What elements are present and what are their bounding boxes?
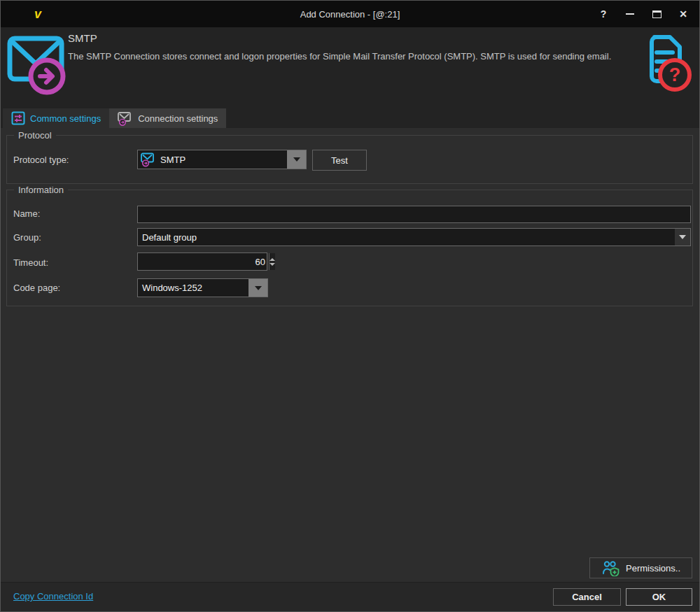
maximize-icon	[652, 10, 662, 18]
chevron-down-icon	[255, 286, 262, 290]
group-dropdown-button[interactable]	[675, 229, 690, 245]
dialog-header: SMTP The SMTP Connection stores connect …	[1, 27, 699, 104]
timeout-input[interactable]	[138, 253, 269, 270]
codepage-label: Code page:	[13, 283, 60, 293]
chevron-down-icon	[679, 235, 686, 239]
ok-button[interactable]: OK	[626, 588, 692, 606]
maximize-button[interactable]	[643, 1, 670, 27]
connection-type-description: The SMTP Connection stores connect and l…	[68, 50, 636, 63]
name-input[interactable]	[138, 206, 690, 222]
protocol-type-value: SMTP	[160, 155, 186, 165]
add-connection-dialog: v Add Connection - [@:21] ? ✕ SMTP The S…	[0, 0, 700, 612]
minimize-button[interactable]	[617, 1, 643, 27]
tab-common-settings[interactable]: Common settings	[3, 108, 109, 128]
group-value: Default group	[142, 232, 197, 243]
permissions-users-icon	[601, 560, 620, 576]
spinner-down-icon	[270, 263, 275, 266]
title-bar: v Add Connection - [@:21] ? ✕	[1, 1, 699, 27]
information-group-legend: Information	[14, 185, 68, 195]
svg-text:?: ?	[669, 64, 681, 85]
group-label: Group:	[13, 232, 41, 243]
timeout-field-wrap	[137, 252, 267, 271]
connection-type-title: SMTP	[68, 32, 97, 44]
codepage-value: Windows-1252	[142, 283, 202, 293]
common-settings-icon	[11, 111, 25, 125]
protocol-type-dropdown-button[interactable]	[287, 150, 306, 169]
tab-label: Connection settings	[138, 113, 218, 124]
close-icon: ✕	[679, 8, 687, 20]
minimize-icon	[626, 13, 634, 15]
test-button[interactable]: Test	[312, 150, 367, 171]
tab-connection-settings[interactable]: Connection settings	[109, 108, 226, 128]
codepage-dropdown-button[interactable]	[248, 279, 267, 297]
name-label: Name:	[13, 208, 40, 219]
help-glyph: ?	[601, 8, 607, 20]
cancel-button[interactable]: Cancel	[553, 588, 621, 606]
help-button[interactable]: ?	[590, 1, 617, 27]
connection-settings-icon	[118, 111, 133, 126]
permissions-button[interactable]: Permissions..	[589, 557, 692, 578]
smtp-protocol-icon	[141, 152, 156, 167]
protocol-type-combobox[interactable]: SMTP	[137, 150, 307, 169]
timeout-label: Timeout:	[13, 257, 48, 268]
group-combobox[interactable]: Default group	[137, 228, 691, 246]
name-field-wrap	[137, 206, 691, 223]
tab-strip: Common settings Connection settings	[1, 104, 699, 128]
dialog-footer: Copy Connection Id Cancel OK	[1, 582, 699, 611]
window-controls: ? ✕	[590, 1, 696, 27]
smtp-envelope-icon	[5, 30, 69, 99]
close-button[interactable]: ✕	[670, 1, 696, 27]
copy-connection-id-link[interactable]: Copy Connection Id	[13, 591, 93, 602]
chevron-down-icon	[293, 157, 300, 162]
timeout-spinner[interactable]	[269, 253, 275, 270]
protocol-group-legend: Protocol	[14, 130, 56, 141]
svg-text:v: v	[34, 7, 42, 21]
document-help-icon[interactable]: ?	[631, 31, 695, 97]
protocol-type-label: Protocol type:	[13, 155, 69, 165]
permissions-button-label: Permissions..	[626, 563, 680, 574]
dialog-content: Protocol Protocol type: SMTP Test Inform…	[1, 128, 699, 582]
spinner-up-icon	[270, 258, 275, 261]
codepage-combobox[interactable]: Windows-1252	[137, 278, 268, 297]
app-logo-icon: v	[31, 6, 52, 22]
tab-label: Common settings	[30, 113, 101, 124]
